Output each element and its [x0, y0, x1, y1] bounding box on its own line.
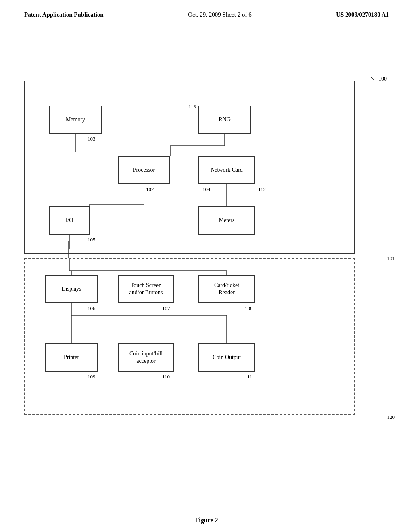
- processor-box: Processor: [118, 156, 170, 184]
- header-center: Oct. 29, 2009 Sheet 2 of 6: [188, 11, 251, 18]
- network-card-box: Network Card: [198, 156, 255, 184]
- card-ticket-box: Card/ticket Reader: [198, 275, 255, 303]
- game-controller-box: Memory RNG Processor Network Card I/O Me…: [24, 81, 355, 254]
- touch-screen-box: Touch Screen and/or Buttons: [118, 275, 174, 303]
- label-120: 120: [387, 414, 395, 420]
- page-header: Patent Application Publication Oct. 29, …: [0, 0, 413, 18]
- ref-113: 113: [188, 104, 196, 110]
- figure-label: Figure 2: [195, 517, 218, 524]
- rng-box: RNG: [198, 106, 251, 134]
- ref-103: 103: [88, 136, 96, 142]
- header-right: US 2009/0270180 A1: [336, 11, 389, 18]
- ref-112: 112: [258, 186, 266, 193]
- coin-input-box: Coin input/bill acceptor: [118, 343, 174, 372]
- ref-108: 108: [245, 305, 253, 312]
- ref-110: 110: [162, 374, 170, 380]
- header-left: Patent Application Publication: [24, 11, 104, 18]
- ref-105: 105: [88, 237, 96, 243]
- io-box: I/O: [49, 206, 90, 235]
- label-100: ← 100: [369, 74, 387, 83]
- ref-102: 102: [146, 186, 154, 193]
- coin-output-box: Coin Output: [198, 343, 255, 372]
- ref-107: 107: [162, 305, 170, 312]
- ref-109: 109: [88, 374, 96, 380]
- ref-106: 106: [88, 305, 96, 312]
- diagram-area: ← 100 Memory RNG Processor Network Card …: [24, 73, 389, 492]
- ref-111: 111: [245, 374, 252, 380]
- printer-box: Printer: [45, 343, 98, 372]
- peripheral-box: Displays Touch Screen and/or Buttons Car…: [24, 258, 355, 415]
- meters-box: Meters: [198, 206, 255, 235]
- memory-box: Memory: [49, 106, 102, 134]
- displays-box: Displays: [45, 275, 98, 303]
- ref-104: 104: [202, 186, 211, 193]
- label-101: 101: [387, 255, 395, 262]
